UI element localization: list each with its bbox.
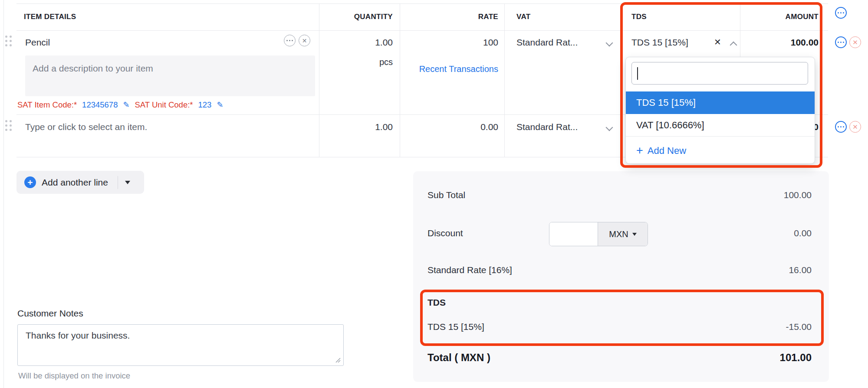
add-new-label: Add New	[648, 145, 686, 157]
text-cursor	[637, 67, 638, 80]
plus-icon: +	[636, 145, 643, 157]
row1-item-menu-icon[interactable]	[284, 35, 296, 46]
sat-item-code-label: SAT Item Code:*	[17, 100, 77, 110]
row1-tds-select[interactable]: TDS 15 [15%]	[631, 37, 688, 48]
row1-more-icon[interactable]	[835, 36, 847, 48]
total-label: Total ( MXN )	[427, 352, 490, 364]
tds-dropdown-option-vat[interactable]: VAT [10.6666%]	[626, 114, 815, 137]
col-divider-quantity	[319, 3, 319, 157]
table-settings-icon[interactable]	[835, 7, 847, 19]
header-vat: VAT	[516, 13, 530, 21]
sat-unit-code-label: SAT Unit Code:*	[135, 100, 193, 110]
sub-total-label: Sub Total	[427, 190, 465, 200]
row2-rate-field[interactable]: 0.00	[400, 122, 498, 132]
sub-total-value: 100.00	[784, 190, 812, 200]
header-quantity: QUANTITY	[319, 13, 393, 21]
textarea-resize-handle-icon[interactable]	[334, 356, 341, 363]
button-divider	[118, 176, 118, 189]
total-value: 101.00	[780, 352, 812, 364]
row1-item-clear-icon[interactable]: ✕	[299, 35, 310, 46]
row1-drag-handle-icon[interactable]	[5, 36, 12, 46]
tds-dropdown-option-tds15[interactable]: TDS 15 [15%]	[626, 91, 815, 114]
tax-label: Standard Rate [16%]	[427, 265, 512, 275]
ellipsis-icon	[286, 40, 293, 41]
header-tds: TDS	[631, 13, 647, 21]
row1-delete-icon[interactable]: ✕	[849, 36, 861, 48]
row2-item-select-field[interactable]: Type or click to select an item.	[25, 122, 147, 132]
col-divider-rate	[400, 3, 400, 157]
add-another-line-label: Add another line	[42, 177, 108, 188]
tds-line-label: TDS 15 [15%]	[427, 322, 484, 332]
row1-tds-clear-x-icon[interactable]: ✕	[714, 37, 721, 47]
row2-vat-chevron-down-icon[interactable]	[606, 124, 613, 131]
table-header-border	[16, 30, 828, 31]
row1-unit-label: pcs	[319, 57, 393, 67]
invoice-summary-panel: Sub Total 100.00 Discount MXN 0.00 Stand…	[413, 171, 829, 382]
table-top-border	[16, 3, 828, 4]
tds-dropdown-panel: TDS 15 [15%] VAT [10.6666%] + Add New	[625, 57, 815, 164]
tax-value: 16.00	[789, 265, 812, 275]
x-icon: ✕	[852, 39, 858, 46]
x-icon: ✕	[302, 38, 307, 44]
currency-caret-down-icon	[632, 233, 637, 236]
header-rate: RATE	[400, 13, 498, 21]
discount-currency-select[interactable]: MXN	[598, 222, 648, 246]
sat-item-code-edit-icon[interactable]: ✎	[123, 100, 129, 110]
discount-input[interactable]	[549, 222, 598, 246]
sat-unit-code-edit-icon[interactable]: ✎	[217, 100, 223, 110]
tds-line-value: -15.00	[786, 322, 812, 332]
row1-item-name-field[interactable]: Pencil	[25, 37, 50, 48]
row2-delete-icon[interactable]: ✕	[849, 121, 861, 133]
row2-more-icon[interactable]	[835, 121, 847, 133]
ellipsis-icon	[838, 42, 844, 43]
tds-summary-highlight-annotation	[420, 290, 824, 346]
tds-dropdown-search-input[interactable]	[631, 62, 808, 85]
invoice-line-items-screen: ITEM DETAILS QUANTITY RATE VAT TDS AMOUN…	[0, 0, 868, 388]
add-line-caret-down-icon[interactable]	[125, 181, 130, 184]
sat-item-code-value[interactable]: 12345678	[82, 100, 118, 110]
page-edge-divider	[3, 0, 4, 388]
customer-notes-helper-text: Will be displayed on the invoice	[18, 371, 130, 381]
col-divider-vat	[504, 3, 505, 157]
row2-quantity-field[interactable]: 1.00	[319, 122, 393, 132]
add-another-line-button[interactable]: + Add another line	[16, 171, 144, 194]
customer-notes-textarea[interactable]: Thanks for your business.	[17, 324, 344, 366]
row1-tds-chevron-up-icon[interactable]	[730, 42, 737, 49]
row1-sat-codes: SAT Item Code:* 12345678 ✎ SAT Unit Code…	[17, 100, 224, 110]
discount-control: MXN	[549, 222, 648, 246]
row1-rate-field[interactable]: 100	[400, 37, 498, 48]
row1-description-placeholder: Add a description to your item	[33, 63, 153, 74]
ellipsis-icon	[838, 12, 844, 13]
row2-drag-handle-icon[interactable]	[5, 120, 12, 131]
row1-recent-transactions-link[interactable]: Recent Transactions	[400, 64, 498, 74]
row2-vat-select[interactable]: Standard Rat...	[516, 122, 578, 132]
currency-label: MXN	[609, 229, 628, 239]
customer-notes-label: Customer Notes	[17, 308, 83, 319]
header-item-details: ITEM DETAILS	[24, 13, 76, 21]
row1-vat-select[interactable]: Standard Rat...	[516, 37, 578, 48]
discount-label: Discount	[427, 228, 463, 238]
row1-quantity-field[interactable]: 1.00	[319, 37, 393, 48]
discount-amount-value: 0.00	[794, 228, 812, 238]
row1-vat-chevron-down-icon[interactable]	[606, 39, 613, 47]
x-icon: ✕	[852, 124, 858, 130]
ellipsis-icon	[838, 126, 844, 127]
sat-unit-code-value[interactable]: 123	[198, 100, 212, 110]
tds-section-title: TDS	[427, 297, 446, 308]
header-amount: AMOUNT	[740, 13, 819, 21]
row1-description-field[interactable]: Add a description to your item	[25, 55, 315, 96]
row1-amount-value: 100.00	[740, 37, 819, 48]
tds-dropdown-add-new[interactable]: + Add New	[636, 145, 686, 157]
plus-circle-icon: +	[24, 176, 36, 188]
